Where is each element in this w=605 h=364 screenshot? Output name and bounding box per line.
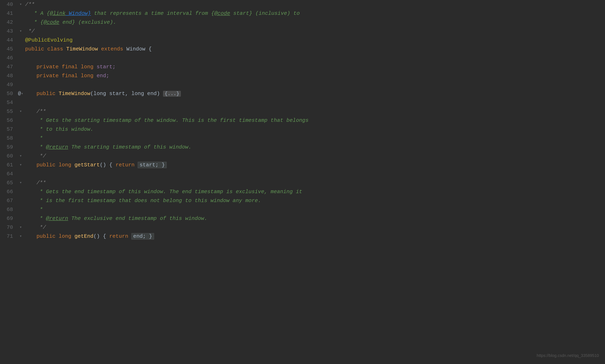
code-line: * Gets the end timestamp of this window.… bbox=[25, 187, 302, 196]
code-line: * @return The starting timestamp of this… bbox=[25, 143, 192, 152]
code-line: * {@code end} (exclusive). bbox=[25, 18, 116, 27]
line-number: 41 bbox=[0, 9, 16, 18]
code-line: public class TimeWindow extends Window { bbox=[25, 45, 152, 53]
line-number: 48 bbox=[0, 71, 16, 80]
code-line: * is the first timestamp that does not b… bbox=[25, 196, 261, 205]
fold-gutter: ▾ bbox=[16, 0, 25, 9]
table-row: 40▾/** bbox=[0, 0, 309, 9]
fold-gutter: @▾ bbox=[16, 89, 25, 98]
code-line: public long getEnd() { return end; } bbox=[25, 232, 154, 241]
table-row: 48private final long end; bbox=[0, 71, 309, 80]
line-number: 43 bbox=[0, 27, 16, 36]
line-number: 59 bbox=[0, 143, 16, 152]
table-row: 67 * is the first timestamp that does no… bbox=[0, 196, 309, 205]
fold-gutter: ▾ bbox=[16, 178, 25, 187]
table-row: 69 * @return The exclusive end timestamp… bbox=[0, 214, 309, 223]
watermark: https://blog.csdn.net/qq_33589510 bbox=[537, 351, 599, 360]
table-row: 60▾ */ bbox=[0, 152, 309, 160]
table-row: 56 * Gets the starting timestamp of the … bbox=[0, 116, 309, 125]
line-number: 47 bbox=[0, 62, 16, 71]
code-line: @PublicEvolving bbox=[25, 36, 73, 45]
table-row: 65▾/** bbox=[0, 178, 309, 187]
code-line: private final long start; bbox=[25, 62, 116, 71]
line-number: 70 bbox=[0, 223, 16, 232]
fold-gutter: ▾ bbox=[16, 223, 25, 232]
table-row: 43▾ */ bbox=[0, 27, 309, 36]
code-line: * A {@link Window} that represents a tim… bbox=[25, 9, 300, 18]
table-row: 64 bbox=[0, 169, 309, 178]
fold-gutter: ▾ bbox=[16, 232, 25, 241]
line-number: 67 bbox=[0, 196, 16, 205]
line-number: 64 bbox=[0, 169, 16, 178]
code-line: */ bbox=[25, 223, 46, 232]
code-line: */ bbox=[25, 27, 35, 36]
line-number: 40 bbox=[0, 0, 16, 9]
table-row: 41 * A {@link Window} that represents a … bbox=[0, 9, 309, 18]
line-number: 69 bbox=[0, 214, 16, 223]
line-number: 65 bbox=[0, 178, 16, 187]
table-row: 61▾public long getStart() { return start… bbox=[0, 160, 309, 169]
table-row: 49 bbox=[0, 80, 309, 89]
table-row: 44@PublicEvolving bbox=[0, 36, 309, 45]
line-number: 46 bbox=[0, 53, 16, 62]
fold-gutter: ▾ bbox=[16, 27, 25, 36]
line-number: 56 bbox=[0, 116, 16, 125]
table-row: 54 bbox=[0, 98, 309, 107]
line-number: 54 bbox=[0, 98, 16, 107]
fold-gutter: ▾ bbox=[16, 152, 25, 160]
line-number: 44 bbox=[0, 36, 16, 45]
code-line: * to this window. bbox=[25, 125, 93, 134]
fold-gutter: ▾ bbox=[16, 107, 25, 116]
code-line: * Gets the starting timestamp of the win… bbox=[25, 116, 309, 125]
code-line: */ bbox=[25, 152, 46, 160]
table-row: 66 * Gets the end timestamp of this wind… bbox=[0, 187, 309, 196]
line-number: 60 bbox=[0, 152, 16, 160]
table-row: 47private final long start; bbox=[0, 62, 309, 71]
line-number: 57 bbox=[0, 125, 16, 134]
code-line: * bbox=[25, 205, 43, 214]
line-number: 55 bbox=[0, 107, 16, 116]
line-number: 66 bbox=[0, 187, 16, 196]
line-number: 42 bbox=[0, 18, 16, 27]
code-line: private final long end; bbox=[25, 71, 109, 80]
table-row: 55▾/** bbox=[0, 107, 309, 116]
line-number: 68 bbox=[0, 205, 16, 214]
code-line: /** bbox=[25, 178, 46, 187]
line-number: 61 bbox=[0, 160, 16, 169]
line-number: 50 bbox=[0, 89, 16, 98]
code-line: public long getStart() { return start; } bbox=[25, 160, 167, 169]
line-number: 45 bbox=[0, 45, 16, 53]
table-row: 42 * {@code end} (exclusive). bbox=[0, 18, 309, 27]
table-row: 59 * @return The starting timestamp of t… bbox=[0, 143, 309, 152]
table-row: 46 bbox=[0, 53, 309, 62]
table-row: 68 * bbox=[0, 205, 309, 214]
code-content: 40▾/**41 * A {@link Window} that represe… bbox=[0, 0, 309, 364]
line-number: 58 bbox=[0, 134, 16, 143]
table-row: 57 * to this window. bbox=[0, 125, 309, 134]
code-line: public TimeWindow(long start, long end) … bbox=[25, 89, 181, 98]
fold-gutter: ▾ bbox=[16, 160, 25, 169]
table-row: 71▾public long getEnd() { return end; } bbox=[0, 232, 309, 241]
code-editor: 40▾/**41 * A {@link Window} that represe… bbox=[0, 0, 605, 364]
line-number: 49 bbox=[0, 80, 16, 89]
table-row: 45public class TimeWindow extends Window… bbox=[0, 45, 309, 53]
table-row: 70▾ */ bbox=[0, 223, 309, 232]
code-line: * bbox=[25, 134, 43, 143]
table-row: 58 * bbox=[0, 134, 309, 143]
table-row: 50@▾public TimeWindow(long start, long e… bbox=[0, 89, 309, 98]
code-line: * @return The exclusive end timestamp of… bbox=[25, 214, 207, 223]
code-line: /** bbox=[25, 107, 46, 116]
line-number: 71 bbox=[0, 232, 16, 241]
code-line: /** bbox=[25, 0, 35, 9]
